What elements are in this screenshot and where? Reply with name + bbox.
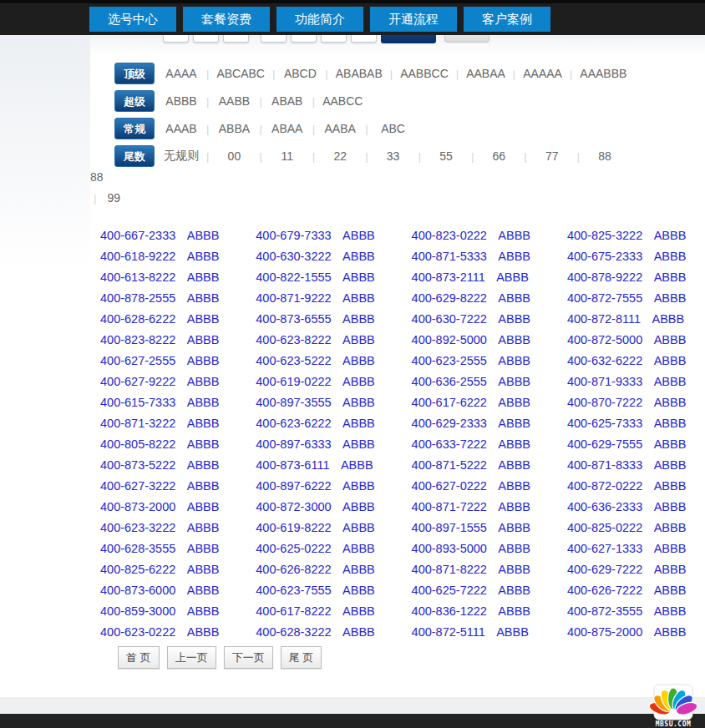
- phone-number-link[interactable]: 400-873-5222: [100, 458, 175, 472]
- nav-button[interactable]: 套餐资费: [183, 7, 270, 32]
- phone-number-link[interactable]: 400-636-2555: [412, 375, 487, 388]
- filter-option[interactable]: AAABBB: [580, 67, 626, 80]
- phone-number-link[interactable]: 400-893-5000: [412, 542, 487, 555]
- filter-option[interactable]: 00: [216, 149, 251, 163]
- filter-option[interactable]: AABA: [322, 122, 358, 135]
- phone-number-link[interactable]: 400-859-3000: [100, 604, 175, 618]
- phone-number-link[interactable]: 400-633-7222: [412, 437, 487, 451]
- phone-number-link[interactable]: 400-825-0222: [567, 521, 642, 534]
- nav-button[interactable]: 选号中心: [89, 7, 176, 32]
- phone-number-link[interactable]: 400-871-9222: [256, 291, 331, 305]
- phone-number-link[interactable]: 400-873-6000: [100, 584, 175, 597]
- phone-number-link[interactable]: 400-627-2555: [100, 354, 175, 367]
- filter-option[interactable]: 22: [322, 149, 358, 163]
- phone-number-link[interactable]: 400-627-1333: [567, 542, 642, 555]
- phone-number-link[interactable]: 400-836-1222: [412, 604, 487, 618]
- phone-number-link[interactable]: 400-623-6222: [256, 417, 331, 430]
- phone-number-link[interactable]: 400-625-7222: [412, 584, 487, 597]
- phone-number-link[interactable]: 400-617-6222: [412, 396, 487, 409]
- filter-option[interactable]: ABBB: [164, 94, 199, 108]
- filter-option[interactable]: 33: [376, 149, 411, 163]
- phone-number-link[interactable]: 400-897-6333: [256, 437, 331, 451]
- phone-number-link[interactable]: 400-875-2000: [567, 625, 642, 639]
- filter-option[interactable]: ABC: [376, 122, 411, 135]
- nav-button[interactable]: 开通流程: [370, 7, 457, 32]
- phone-number-link[interactable]: 400-623-3222: [100, 521, 175, 534]
- phone-number-link[interactable]: 400-613-8222: [100, 270, 175, 284]
- phone-number-link[interactable]: 400-626-7222: [567, 584, 642, 597]
- filter-category-button[interactable]: 尾数: [114, 145, 155, 167]
- phone-number-link[interactable]: 400-897-1555: [412, 521, 487, 534]
- phone-number-link[interactable]: 400-623-5222: [256, 354, 331, 367]
- filter-option[interactable]: AAAA: [164, 67, 199, 80]
- phone-number-link[interactable]: 400-892-5000: [412, 333, 487, 346]
- phone-number-link[interactable]: 400-623-8222: [256, 333, 331, 346]
- phone-number-link[interactable]: 400-825-3222: [567, 229, 642, 242]
- phone-number-link[interactable]: 400-872-3555: [567, 604, 642, 618]
- phone-number-link[interactable]: 400-873-6555: [256, 312, 331, 326]
- phone-number-link[interactable]: 400-871-3222: [100, 417, 175, 430]
- phone-number-link[interactable]: 400-630-3222: [256, 250, 331, 263]
- phone-number-link[interactable]: 400-617-8222: [256, 604, 331, 618]
- filter-option[interactable]: AABB: [216, 94, 251, 108]
- filter-option[interactable]: AABAA: [466, 67, 505, 80]
- phone-number-link[interactable]: 400-872-7555: [567, 291, 642, 305]
- phone-number-link[interactable]: 400-871-5333: [412, 250, 487, 263]
- phone-number-link[interactable]: 400-823-0222: [412, 229, 487, 242]
- phone-number-link[interactable]: 400-870-7222: [567, 396, 642, 409]
- filter-option[interactable]: ABBA: [216, 122, 251, 135]
- nav-button[interactable]: 功能简介: [276, 7, 363, 32]
- phone-number-link[interactable]: 400-627-3222: [100, 479, 175, 493]
- phone-number-link[interactable]: 400-823-8222: [100, 333, 175, 346]
- pagination-button[interactable]: 尾 页: [281, 646, 322, 669]
- filter-category-button[interactable]: 顶级: [114, 63, 155, 84]
- phone-number-link[interactable]: 400-625-7333: [567, 417, 642, 430]
- phone-number-link[interactable]: 400-679-7333: [256, 229, 331, 242]
- phone-number-link[interactable]: 400-629-7555: [567, 437, 642, 451]
- phone-number-link[interactable]: 400-619-0222: [256, 375, 331, 388]
- filter-option[interactable]: AAAB: [164, 122, 199, 135]
- filter-option[interactable]: AAAAA: [523, 67, 562, 80]
- filter-option[interactable]: 66: [481, 149, 516, 163]
- phone-number-link[interactable]: 400-629-8222: [412, 291, 487, 305]
- phone-number-link[interactable]: 400-871-8333: [567, 458, 642, 472]
- phone-number-link[interactable]: 400-636-2333: [567, 500, 642, 513]
- phone-number-link[interactable]: 400-628-3222: [256, 625, 331, 639]
- phone-number-link[interactable]: 400-628-6222: [100, 312, 175, 326]
- phone-number-link[interactable]: 400-822-1555: [256, 270, 331, 284]
- filter-option[interactable]: ABABAB: [336, 67, 383, 80]
- pagination-button[interactable]: 上一页: [167, 646, 216, 669]
- phone-number-link[interactable]: 400-873-2000: [100, 500, 175, 513]
- filter-option-88-overflow[interactable]: 88: [90, 170, 104, 184]
- phone-number-link[interactable]: 400-615-7333: [100, 396, 175, 409]
- phone-number-link[interactable]: 400-626-8222: [256, 563, 331, 576]
- phone-number-link[interactable]: 400-872-5111: [412, 625, 485, 639]
- phone-number-link[interactable]: 400-619-8222: [256, 521, 331, 534]
- phone-number-link[interactable]: 400-871-9333: [567, 375, 642, 388]
- phone-number-link[interactable]: 400-618-9222: [100, 250, 175, 263]
- phone-number-link[interactable]: 400-630-7222: [412, 312, 487, 326]
- phone-number-link[interactable]: 400-897-6222: [256, 479, 331, 493]
- filter-option[interactable]: 11: [270, 149, 305, 163]
- phone-number-link[interactable]: 400-871-8222: [412, 563, 487, 576]
- filter-option[interactable]: ABCD: [282, 67, 317, 80]
- filter-option[interactable]: AABCC: [322, 94, 363, 108]
- phone-number-link[interactable]: 400-629-7222: [567, 563, 642, 576]
- phone-number-link[interactable]: 400-825-6222: [100, 563, 175, 576]
- phone-number-link[interactable]: 400-872-5000: [567, 333, 642, 346]
- phone-number-link[interactable]: 400-629-2333: [412, 417, 487, 430]
- nav-button[interactable]: 客户案例: [464, 7, 550, 32]
- filter-category-button[interactable]: 常规: [114, 118, 155, 139]
- filter-option[interactable]: 55: [429, 149, 464, 163]
- phone-number-link[interactable]: 400-632-6222: [567, 354, 642, 367]
- filter-option[interactable]: ABAA: [270, 122, 305, 135]
- phone-number-link[interactable]: 400-627-9222: [100, 375, 175, 388]
- pagination-button[interactable]: 下一页: [224, 646, 273, 669]
- phone-number-link[interactable]: 400-627-0222: [412, 479, 487, 493]
- phone-number-link[interactable]: 400-667-2333: [100, 229, 175, 242]
- phone-number-link[interactable]: 400-805-8222: [100, 437, 175, 451]
- filter-option[interactable]: ABAB: [270, 94, 305, 108]
- filter-option[interactable]: 88: [587, 149, 622, 163]
- filter-option[interactable]: ABCABC: [216, 67, 265, 80]
- phone-number-link[interactable]: 400-625-0222: [256, 542, 331, 555]
